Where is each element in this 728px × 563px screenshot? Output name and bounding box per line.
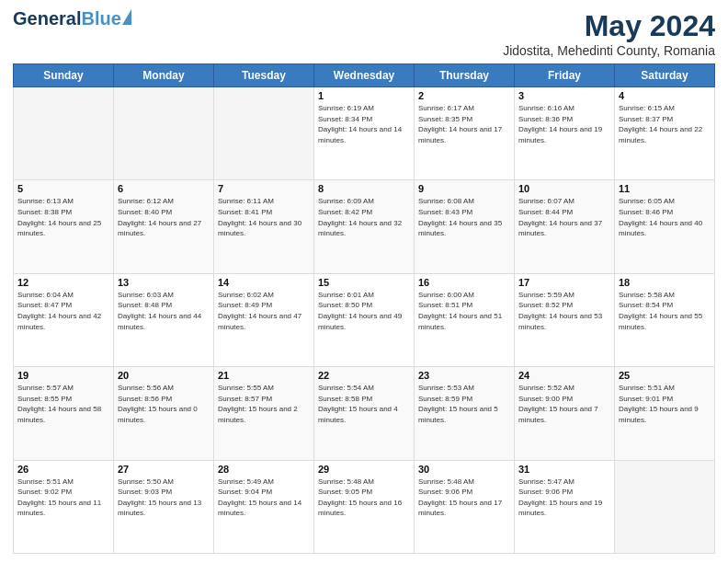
logo-general: General	[13, 8, 81, 29]
day-number-7: 7	[218, 183, 310, 194]
day-number-10: 10	[518, 183, 610, 194]
calendar-cell-w1-d7: 4Sunrise: 6:15 AM Sunset: 8:37 PM Daylig…	[615, 87, 715, 180]
day-info-1: Sunrise: 6:19 AM Sunset: 8:34 PM Dayligh…	[318, 103, 410, 145]
calendar-cell-w5-d1: 26Sunrise: 5:51 AM Sunset: 9:02 PM Dayli…	[14, 460, 114, 553]
day-number-27: 27	[118, 464, 210, 475]
day-number-19: 19	[17, 370, 109, 381]
calendar-cell-w3-d3: 14Sunrise: 6:02 AM Sunset: 8:49 PM Dayli…	[214, 273, 314, 366]
header-saturday: Saturday	[615, 64, 715, 87]
calendar-cell-w3-d6: 17Sunrise: 5:59 AM Sunset: 8:52 PM Dayli…	[515, 273, 615, 366]
calendar-cell-w2-d6: 10Sunrise: 6:07 AM Sunset: 8:44 PM Dayli…	[515, 180, 615, 273]
day-info-28: Sunrise: 5:49 AM Sunset: 9:04 PM Dayligh…	[218, 477, 310, 519]
day-info-15: Sunrise: 6:01 AM Sunset: 8:50 PM Dayligh…	[318, 290, 410, 332]
day-number-21: 21	[218, 370, 310, 381]
calendar-cell-w3-d7: 18Sunrise: 5:58 AM Sunset: 8:54 PM Dayli…	[615, 273, 715, 366]
day-number-6: 6	[118, 183, 210, 194]
weekday-header-row: Sunday Monday Tuesday Wednesday Thursday…	[14, 64, 715, 87]
calendar-cell-w5-d5: 30Sunrise: 5:48 AM Sunset: 9:06 PM Dayli…	[415, 460, 515, 553]
day-number-17: 17	[518, 277, 610, 288]
day-info-21: Sunrise: 5:55 AM Sunset: 8:57 PM Dayligh…	[218, 383, 310, 425]
day-number-11: 11	[619, 183, 711, 194]
day-number-2: 2	[418, 90, 510, 101]
day-info-29: Sunrise: 5:48 AM Sunset: 9:05 PM Dayligh…	[318, 477, 410, 519]
calendar-cell-w3-d2: 13Sunrise: 6:03 AM Sunset: 8:48 PM Dayli…	[114, 273, 214, 366]
logo-container: GeneralBlue	[13, 9, 131, 28]
day-number-25: 25	[619, 370, 711, 381]
day-number-20: 20	[118, 370, 210, 381]
calendar-cell-w4-d1: 19Sunrise: 5:57 AM Sunset: 8:55 PM Dayli…	[14, 367, 114, 460]
day-info-6: Sunrise: 6:12 AM Sunset: 8:40 PM Dayligh…	[118, 196, 210, 238]
week-row-2: 5Sunrise: 6:13 AM Sunset: 8:38 PM Daylig…	[14, 180, 715, 273]
header: GeneralBlue May 2024 Jidostita, Mehedint…	[13, 9, 715, 58]
calendar-cell-w4-d5: 23Sunrise: 5:53 AM Sunset: 8:59 PM Dayli…	[415, 367, 515, 460]
calendar-cell-w1-d5: 2Sunrise: 6:17 AM Sunset: 8:35 PM Daylig…	[415, 87, 515, 180]
header-monday: Monday	[114, 64, 214, 87]
month-year: May 2024	[503, 9, 715, 43]
day-info-23: Sunrise: 5:53 AM Sunset: 8:59 PM Dayligh…	[418, 383, 510, 425]
logo-triangle-icon	[122, 9, 131, 25]
day-number-3: 3	[518, 90, 610, 101]
calendar-cell-w1-d1	[14, 87, 114, 180]
day-info-19: Sunrise: 5:57 AM Sunset: 8:55 PM Dayligh…	[17, 383, 109, 425]
day-info-20: Sunrise: 5:56 AM Sunset: 8:56 PM Dayligh…	[118, 383, 210, 425]
day-number-8: 8	[318, 183, 410, 194]
day-info-26: Sunrise: 5:51 AM Sunset: 9:02 PM Dayligh…	[17, 477, 109, 519]
day-number-30: 30	[418, 464, 510, 475]
day-number-13: 13	[118, 277, 210, 288]
day-info-5: Sunrise: 6:13 AM Sunset: 8:38 PM Dayligh…	[17, 196, 109, 238]
calendar-cell-w1-d4: 1Sunrise: 6:19 AM Sunset: 8:34 PM Daylig…	[314, 87, 415, 180]
day-number-23: 23	[418, 370, 510, 381]
calendar-cell-w1-d2	[114, 87, 214, 180]
day-info-13: Sunrise: 6:03 AM Sunset: 8:48 PM Dayligh…	[118, 290, 210, 332]
day-info-30: Sunrise: 5:48 AM Sunset: 9:06 PM Dayligh…	[418, 477, 510, 519]
calendar-cell-w2-d5: 9Sunrise: 6:08 AM Sunset: 8:43 PM Daylig…	[415, 180, 515, 273]
calendar-cell-w5-d7	[615, 460, 715, 553]
calendar-cell-w3-d1: 12Sunrise: 6:04 AM Sunset: 8:47 PM Dayli…	[14, 273, 114, 366]
calendar-cell-w1-d3	[214, 87, 314, 180]
day-info-3: Sunrise: 6:16 AM Sunset: 8:36 PM Dayligh…	[518, 103, 610, 145]
calendar-cell-w2-d7: 11Sunrise: 6:05 AM Sunset: 8:46 PM Dayli…	[615, 180, 715, 273]
day-info-31: Sunrise: 5:47 AM Sunset: 9:06 PM Dayligh…	[518, 477, 610, 519]
day-number-22: 22	[318, 370, 410, 381]
day-info-11: Sunrise: 6:05 AM Sunset: 8:46 PM Dayligh…	[619, 196, 711, 238]
calendar-cell-w1-d6: 3Sunrise: 6:16 AM Sunset: 8:36 PM Daylig…	[515, 87, 615, 180]
day-info-16: Sunrise: 6:00 AM Sunset: 8:51 PM Dayligh…	[418, 290, 510, 332]
day-number-4: 4	[619, 90, 711, 101]
header-thursday: Thursday	[415, 64, 515, 87]
calendar-cell-w2-d3: 7Sunrise: 6:11 AM Sunset: 8:41 PM Daylig…	[214, 180, 314, 273]
calendar-cell-w2-d2: 6Sunrise: 6:12 AM Sunset: 8:40 PM Daylig…	[114, 180, 214, 273]
day-info-22: Sunrise: 5:54 AM Sunset: 8:58 PM Dayligh…	[318, 383, 410, 425]
calendar-cell-w5-d4: 29Sunrise: 5:48 AM Sunset: 9:05 PM Dayli…	[314, 460, 415, 553]
day-info-4: Sunrise: 6:15 AM Sunset: 8:37 PM Dayligh…	[619, 103, 711, 145]
day-number-16: 16	[418, 277, 510, 288]
day-number-14: 14	[218, 277, 310, 288]
logo-line1: GeneralBlue	[13, 9, 131, 28]
day-info-14: Sunrise: 6:02 AM Sunset: 8:49 PM Dayligh…	[218, 290, 310, 332]
title-block: May 2024 Jidostita, Mehedinti County, Ro…	[503, 9, 715, 58]
day-number-12: 12	[17, 277, 109, 288]
day-info-25: Sunrise: 5:51 AM Sunset: 9:01 PM Dayligh…	[619, 383, 711, 425]
day-number-5: 5	[17, 183, 109, 194]
day-number-28: 28	[218, 464, 310, 475]
calendar-cell-w2-d1: 5Sunrise: 6:13 AM Sunset: 8:38 PM Daylig…	[14, 180, 114, 273]
day-number-18: 18	[619, 277, 711, 288]
logo: GeneralBlue	[13, 9, 131, 28]
header-sunday: Sunday	[14, 64, 114, 87]
day-info-24: Sunrise: 5:52 AM Sunset: 9:00 PM Dayligh…	[518, 383, 610, 425]
calendar-cell-w5-d3: 28Sunrise: 5:49 AM Sunset: 9:04 PM Dayli…	[214, 460, 314, 553]
day-info-8: Sunrise: 6:09 AM Sunset: 8:42 PM Dayligh…	[318, 196, 410, 238]
day-info-10: Sunrise: 6:07 AM Sunset: 8:44 PM Dayligh…	[518, 196, 610, 238]
day-info-2: Sunrise: 6:17 AM Sunset: 8:35 PM Dayligh…	[418, 103, 510, 145]
calendar-cell-w4-d3: 21Sunrise: 5:55 AM Sunset: 8:57 PM Dayli…	[214, 367, 314, 460]
week-row-3: 12Sunrise: 6:04 AM Sunset: 8:47 PM Dayli…	[14, 273, 715, 366]
calendar-cell-w4-d6: 24Sunrise: 5:52 AM Sunset: 9:00 PM Dayli…	[515, 367, 615, 460]
day-number-9: 9	[418, 183, 510, 194]
header-tuesday: Tuesday	[214, 64, 314, 87]
week-row-1: 1Sunrise: 6:19 AM Sunset: 8:34 PM Daylig…	[14, 87, 715, 180]
day-number-24: 24	[518, 370, 610, 381]
day-number-31: 31	[518, 464, 610, 475]
day-number-15: 15	[318, 277, 410, 288]
logo-blue: Blue	[81, 8, 120, 29]
day-info-12: Sunrise: 6:04 AM Sunset: 8:47 PM Dayligh…	[17, 290, 109, 332]
calendar-cell-w4-d4: 22Sunrise: 5:54 AM Sunset: 8:58 PM Dayli…	[314, 367, 415, 460]
